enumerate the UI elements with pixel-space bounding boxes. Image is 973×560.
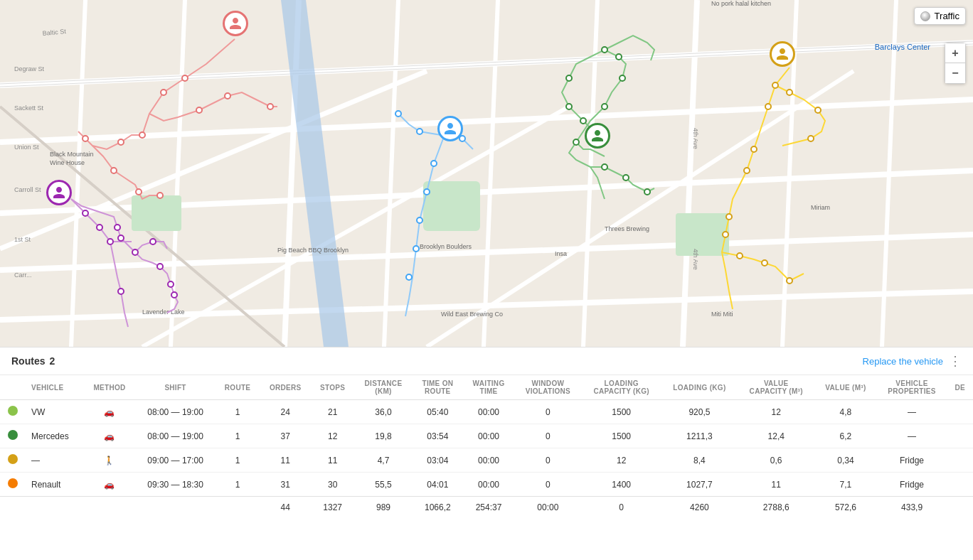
row-loading-capacity: 12 — [582, 448, 661, 473]
svg-point-49 — [83, 136, 88, 141]
svg-point-47 — [139, 132, 145, 138]
footer-shift — [135, 497, 216, 519]
col-value: VALUE (M³) — [814, 375, 876, 400]
table-row[interactable]: Mercedes 🚗 08:00 — 19:00 1 37 12 19,8 03… — [0, 424, 973, 448]
svg-text:4th Ave: 4th Ave — [692, 249, 699, 270]
row-distance: 55,5 — [354, 473, 413, 497]
svg-text:No pork halal kitchen: No pork halal kitchen — [711, 0, 771, 7]
row-window-violations: 0 — [514, 424, 581, 448]
col-de: DE — [947, 375, 973, 400]
row-waiting-time: 00:00 — [463, 448, 514, 473]
row-color-indicator — [0, 473, 26, 497]
svg-point-52 — [267, 104, 273, 109]
svg-point-53 — [111, 168, 117, 173]
row-route: 1 — [216, 424, 260, 448]
svg-point-45 — [182, 75, 188, 81]
svg-point-65 — [566, 104, 572, 109]
svg-rect-22 — [132, 195, 181, 231]
row-method: 🚗 — [84, 473, 136, 497]
col-shift: SHIFT — [135, 375, 216, 400]
row-waiting-time: 00:00 — [463, 473, 514, 497]
traffic-label: Traffic — [935, 11, 959, 21]
zoom-in-button[interactable]: + — [945, 43, 965, 63]
col-time-on-route: TIME ONROUTE — [413, 375, 463, 400]
row-stops: 30 — [311, 473, 354, 497]
row-shift: 09:00 — 17:00 — [135, 448, 216, 473]
map-container: Baltic St Degraw St Sackett St Union St … — [0, 0, 973, 347]
svg-point-50 — [196, 107, 202, 113]
col-value-capacity: VALUECAPACITY (M³) — [738, 375, 814, 400]
replace-vehicle-button[interactable]: Replace the vehicle — [863, 356, 943, 367]
svg-point-62 — [417, 129, 422, 134]
row-shift: 08:00 — 19:00 — [135, 424, 216, 448]
row-window-violations: 0 — [514, 400, 581, 424]
svg-point-84 — [737, 253, 743, 259]
row-color-indicator — [0, 424, 26, 448]
table-row[interactable]: — 🚶 09:00 — 17:00 1 11 11 4,7 03:04 00:0… — [0, 448, 973, 473]
row-route: 1 — [216, 473, 260, 497]
row-de — [947, 400, 973, 424]
row-loading-kg: 8,4 — [661, 448, 738, 473]
footer-de — [947, 497, 973, 519]
col-orders: ORDERS — [260, 375, 311, 400]
row-de — [947, 448, 973, 473]
zoom-out-button[interactable]: − — [945, 63, 965, 83]
row-waiting-time: 00:00 — [463, 400, 514, 424]
svg-point-71 — [573, 139, 579, 145]
table-row[interactable]: Renault 🚗 09:30 — 18:30 1 31 30 55,5 04:… — [0, 473, 973, 497]
traffic-toggle[interactable]: Traffic — [914, 7, 966, 25]
table-row[interactable]: VW 🚗 08:00 — 19:00 1 24 21 36,0 05:40 00… — [0, 400, 973, 424]
svg-text:Wild East Brewing Co: Wild East Brewing Co — [441, 311, 503, 318]
row-value: 6,2 — [814, 424, 876, 448]
col-waiting-time: WAITINGTIME — [463, 375, 514, 400]
col-properties: VEHICLEPROPERTIES — [876, 375, 947, 400]
row-orders: 11 — [260, 448, 311, 473]
row-de — [947, 424, 973, 448]
svg-text:Brooklyn Boulders: Brooklyn Boulders — [420, 243, 472, 250]
svg-point-56 — [431, 161, 437, 166]
row-de — [947, 473, 973, 497]
zoom-controls[interactable]: + − — [945, 43, 966, 84]
col-vehicle: VEHICLE — [26, 375, 84, 400]
row-route: 1 — [216, 400, 260, 424]
row-stops: 11 — [311, 448, 354, 473]
col-window-violations: WINDOWVIOLATIONS — [514, 375, 581, 400]
footer-value: 433,9 — [876, 497, 947, 519]
row-value-capacity: 12,4 — [738, 424, 814, 448]
row-vehicle: Renault — [26, 473, 84, 497]
row-loading-kg: 1211,3 — [661, 424, 738, 448]
routes-title: Routes 2 — [11, 355, 55, 367]
row-loading-kg: 1027,7 — [661, 473, 738, 497]
footer-value-capacity: 572,6 — [814, 497, 876, 519]
footer-window-violations: 00:00 — [514, 497, 581, 519]
svg-point-67 — [602, 47, 607, 53]
col-distance: DISTANCE(KM) — [354, 375, 413, 400]
svg-rect-23 — [423, 181, 480, 231]
svg-point-77 — [751, 146, 757, 152]
row-distance: 19,8 — [354, 424, 413, 448]
more-options-button[interactable]: ⋮ — [949, 353, 962, 369]
footer-stops: 1327 — [311, 497, 354, 519]
barclays-label: Barclays Center — [875, 43, 930, 51]
svg-point-59 — [413, 246, 419, 252]
row-value-capacity: 11 — [738, 473, 814, 497]
row-window-violations: 0 — [514, 473, 581, 497]
row-orders: 24 — [260, 400, 311, 424]
svg-text:Union St: Union St — [14, 144, 39, 151]
footer-time-on-route: 1066,2 — [413, 497, 463, 519]
driver-marker-blue — [437, 116, 463, 141]
svg-point-80 — [723, 232, 728, 237]
svg-point-89 — [107, 239, 113, 244]
row-loading-capacity: 1500 — [582, 400, 661, 424]
svg-text:Lavender Lake: Lavender Lake — [142, 308, 185, 316]
row-method: 🚗 — [84, 400, 136, 424]
col-stops: STOPS — [311, 375, 354, 400]
col-indicator — [0, 375, 26, 400]
row-properties: Fridge — [876, 473, 947, 497]
row-value: 4,8 — [814, 400, 876, 424]
driver-marker-purple — [46, 180, 72, 205]
svg-point-85 — [762, 260, 767, 266]
svg-point-72 — [602, 164, 607, 170]
row-stops: 21 — [311, 400, 354, 424]
svg-point-96 — [150, 239, 156, 244]
